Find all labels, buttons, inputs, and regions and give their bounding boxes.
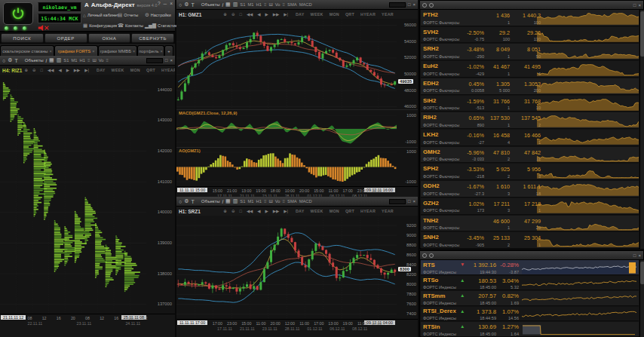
circle-icon[interactable]: ○ <box>2 58 5 63</box>
свернуть-button[interactable]: СВЕРНУТЬ <box>131 33 174 43</box>
text-tool-icon[interactable]: T <box>192 199 195 204</box>
objects-button[interactable]: Объекты <box>201 199 220 204</box>
mode-vo-button[interactable]: Vo <box>275 2 281 7</box>
index-ticker[interactable]: RTSo <box>423 277 438 283</box>
окна-button[interactable]: ОКНА <box>88 33 131 43</box>
timeframe-h1-button[interactable]: H1 <box>256 2 262 7</box>
range-day-button[interactable]: DAY <box>296 209 305 213</box>
nav-arrow-2[interactable]: ▶ <box>265 12 268 17</box>
close-icon[interactable]: × <box>170 58 173 63</box>
grid-icon[interactable]: ▦ <box>49 57 54 63</box>
quotes-scrollbar[interactable] <box>639 10 644 249</box>
dropdown-icon[interactable]: ≡ <box>264 199 267 204</box>
indicator-macd-button[interactable]: MACD <box>299 2 312 7</box>
circle-icon[interactable] <box>422 253 427 258</box>
quote-row-GMH2[interactable]: GMH2-5.96%47 81047 842ФОРТС Фьючерсы-3 0… <box>421 147 639 164</box>
mute-icon[interactable] <box>38 25 50 31</box>
gmz1-chart-plot[interactable]: 56000540005200050000480004600049035 <box>176 19 418 110</box>
nav-arrow-4[interactable]: ▶| <box>284 12 288 17</box>
index-row-RTSin[interactable]: RTSin▲130.691.27%ФОРТС Индексы18:45:001.… <box>421 322 639 337</box>
range-year-button[interactable]: YEAR <box>382 209 394 213</box>
index-ticker[interactable]: RTSmm <box>423 293 445 299</box>
nav-arrow-4[interactable]: ▶| <box>284 209 288 213</box>
nav-arrow-2[interactable]: ▶ <box>265 209 268 213</box>
left-chart-plot[interactable]: 1440001430001420001410001400001390001380… <box>0 75 175 314</box>
range-mon-button[interactable]: MON <box>130 68 140 72</box>
quote-ticker[interactable]: TNH2 <box>423 217 438 224</box>
dropdown-icon[interactable]: ≡ <box>264 2 267 7</box>
range-week-button[interactable]: WEEK <box>112 68 124 72</box>
quote-row-PTH2[interactable]: PTH21 4361 440.3ФОРТС Фьючерсы1100 <box>421 10 639 26</box>
toolbar-input[interactable] <box>389 2 406 8</box>
zoom-out-icon[interactable]: ⊖ <box>232 12 235 17</box>
nav-arrow-0[interactable]: ◀◀ <box>247 12 253 17</box>
index-row-RTSo[interactable]: RTSo▲180.533.04%ФОРТС Индексы18:45:005.3… <box>421 276 639 291</box>
objects-button[interactable]: Объекты <box>201 2 220 7</box>
timeframe-m1-button[interactable]: M1 <box>71 58 77 63</box>
grid-icon[interactable]: ▦ <box>225 2 231 8</box>
nav-arrow-0[interactable]: ◀◀ <box>247 209 253 213</box>
quote-ticker[interactable]: SNH2 <box>423 234 439 240</box>
timeframe-m1-button[interactable]: M1 <box>247 2 253 7</box>
fit-icon[interactable]: □ <box>240 12 242 17</box>
gear-icon[interactable]: ⚙ <box>184 2 189 8</box>
ao-pane[interactable]: 1000-1000AO(GMZ1) <box>176 148 418 186</box>
mode-ш-button[interactable]: Ш <box>268 199 272 204</box>
range-hyear-button[interactable]: HYEAR <box>161 68 175 72</box>
close-icon[interactable]: × <box>50 49 52 54</box>
index-row-RTSI_Derex[interactable]: RTSI_Derex▲1 373.81.07%ФОРТС Индексы18:4… <box>421 307 639 322</box>
menu-item-stats[interactable]: ▂▅▇Статистика <box>145 23 175 29</box>
nav-arrow-1[interactable]: ◀ <box>257 209 260 213</box>
close-icon[interactable]: × <box>161 49 163 54</box>
range-qrt-button[interactable]: QRT <box>146 68 155 72</box>
window-minimize-button[interactable]: ─ <box>164 1 167 6</box>
nav-arrow-3[interactable]: ▶▶ <box>74 68 80 72</box>
dropdown-icon[interactable]: ≡ <box>106 58 109 63</box>
info-icon[interactable]: i <box>46 58 48 63</box>
circle-icon[interactable]: ○ <box>179 199 182 204</box>
nav-arrow-2[interactable]: ▶ <box>66 68 69 72</box>
tab-4[interactable]: портфель× <box>137 45 164 56</box>
menu-item-settings[interactable]: ⚙Настройки <box>145 12 175 18</box>
add-tab-button[interactable]: + <box>164 45 173 56</box>
mode-ш-button[interactable]: Ш <box>268 2 272 7</box>
zoom-in-icon[interactable]: ⊕ <box>24 68 28 72</box>
dropdown-icon[interactable]: ≡ <box>283 199 286 204</box>
index-ticker[interactable]: RTSI_Derex <box>423 308 456 314</box>
dropdown-icon[interactable]: ≡ <box>283 2 286 7</box>
menu-item-reports[interactable]: ▤Отчеты <box>118 12 145 18</box>
close-icon[interactable]: × <box>412 199 416 204</box>
fit-icon[interactable]: □ <box>41 68 43 72</box>
nav-arrow-1[interactable]: ◀ <box>58 68 61 72</box>
zoom-out-icon[interactable]: ⊖ <box>232 209 235 213</box>
nav-arrow-3[interactable]: ▶▶ <box>273 12 279 17</box>
quote-ticker[interactable]: GMH2 <box>423 149 440 155</box>
indices-scrollbar[interactable] <box>639 260 644 337</box>
quote-ticker[interactable]: EDH2 <box>423 80 439 87</box>
quote-row-SVH2[interactable]: SVH2-2.50%29.229.26ФОРТС Фьючерсы-0.7510… <box>421 27 639 44</box>
range-hyear-button[interactable]: HYEAR <box>360 209 376 213</box>
close-icon[interactable]: × <box>133 49 135 54</box>
layout-icon[interactable]: ▥ <box>233 198 238 204</box>
mode-ш-button[interactable]: Ш <box>92 58 96 63</box>
range-mon-button[interactable]: MON <box>330 209 339 213</box>
toolbar-input[interactable] <box>389 199 406 204</box>
window-close-button[interactable]: × <box>170 1 173 6</box>
quote-row-EuH2[interactable]: EuH2-1.02%41 46741 495ФОРТС Фьючерсы-429… <box>421 61 639 78</box>
indicator-sma-button[interactable]: SMA <box>287 2 297 7</box>
objects-button[interactable]: Объекты <box>25 58 44 63</box>
timeframe-h1-button[interactable]: H1 <box>256 199 262 204</box>
quote-ticker[interactable]: LKH2 <box>423 131 438 138</box>
close-icon[interactable]: × <box>412 2 416 7</box>
zoom-in-icon[interactable]: ⊕ <box>223 12 227 17</box>
range-mon-button[interactable]: MON <box>330 12 339 17</box>
power-button[interactable] <box>3 2 33 25</box>
range-qrt-button[interactable]: QRT <box>345 209 354 213</box>
quote-row-SRH2[interactable]: SRH2-3.48%8 0498 051ФОРТС Фьючерсы-29015… <box>421 44 639 60</box>
quote-ticker[interactable]: PTH2 <box>423 11 438 18</box>
range-week-button[interactable]: WEEK <box>311 12 324 17</box>
close-icon[interactable]: × <box>638 3 641 8</box>
range-hyear-button[interactable]: HYEAR <box>360 12 376 17</box>
layout-icon[interactable]: ▥ <box>233 2 238 8</box>
quote-ticker[interactable]: GZH2 <box>423 200 439 207</box>
